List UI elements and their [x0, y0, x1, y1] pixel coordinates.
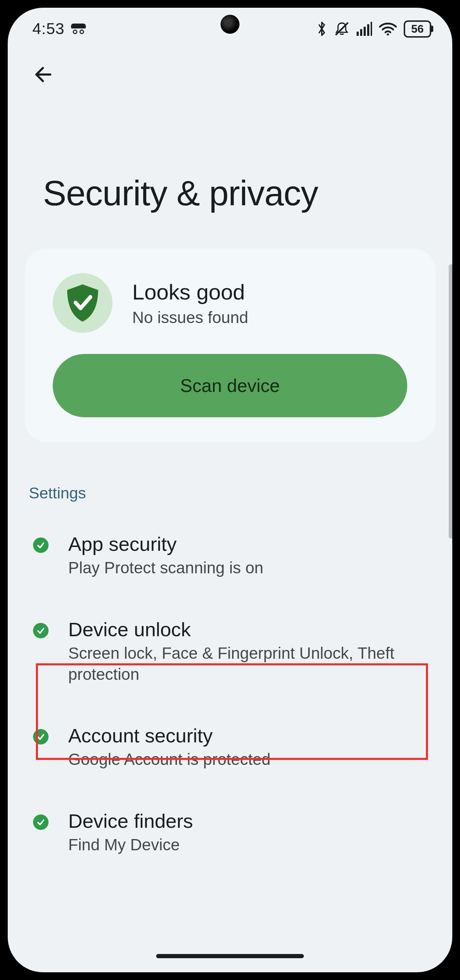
list-item-subtitle: Find My Device	[68, 834, 427, 856]
svg-point-6	[387, 33, 389, 35]
battery-indicator: 56	[404, 21, 431, 38]
settings-list: App security Play Protect scanning is on…	[8, 513, 452, 918]
list-item-title: App security	[68, 533, 427, 555]
status-ok-icon	[33, 538, 49, 553]
wifi-icon	[379, 22, 397, 36]
back-button[interactable]	[29, 60, 57, 89]
status-ok-icon	[33, 729, 49, 745]
svg-rect-1	[357, 32, 359, 36]
check-icon	[36, 626, 45, 635]
list-item-title: Device unlock	[68, 618, 427, 641]
list-item-text: Account security Google Account is prote…	[68, 724, 427, 770]
page-title: Security & privacy	[29, 89, 431, 248]
check-icon	[36, 541, 45, 550]
list-item-subtitle: Screen lock, Face & Fingerprint Unlock, …	[68, 643, 427, 685]
list-item-title: Account security	[68, 724, 427, 747]
phone-frame: 4:53	[0, 0, 460, 980]
check-icon	[36, 732, 45, 741]
check-icon	[36, 818, 45, 827]
status-text: Looks good No issues found	[132, 280, 248, 327]
list-item-text: App security Play Protect scanning is on	[68, 533, 427, 579]
status-title: Looks good	[132, 280, 248, 304]
battery-level: 56	[411, 22, 424, 35]
scroll-indicator[interactable]	[449, 264, 452, 539]
shield-badge	[53, 273, 113, 333]
gesture-bar[interactable]	[156, 954, 304, 958]
list-item-title: Device finders	[68, 810, 427, 832]
list-item-subtitle: Play Protect scanning is on	[68, 557, 427, 579]
clock: 4:53	[32, 20, 65, 38]
security-status-card: Looks good No issues found Scan device	[25, 248, 435, 442]
scan-device-button[interactable]: Scan device	[53, 354, 407, 417]
cellular-signal-icon	[357, 22, 372, 36]
status-subtitle: No issues found	[132, 308, 248, 327]
list-item-subtitle: Google Account is protected	[68, 749, 427, 770]
svg-rect-5	[371, 22, 372, 36]
status-right: 56	[317, 21, 431, 38]
list-item-app-security[interactable]: App security Play Protect scanning is on	[8, 513, 452, 598]
front-camera	[221, 15, 239, 34]
section-label-settings: Settings	[8, 442, 452, 513]
list-item-account-security[interactable]: Account security Google Account is prote…	[8, 705, 452, 790]
incognito-icon	[71, 24, 86, 34]
arrow-left-icon	[33, 65, 53, 84]
vibrate-silent-icon	[334, 21, 350, 37]
app-header: Security & privacy	[8, 50, 452, 248]
list-item-device-unlock[interactable]: Device unlock Screen lock, Face & Finger…	[8, 598, 452, 705]
shield-check-icon	[65, 284, 100, 322]
list-item-text: Device finders Find My Device	[68, 810, 427, 856]
svg-rect-2	[360, 29, 362, 36]
svg-rect-4	[367, 24, 369, 36]
status-left: 4:53	[32, 20, 86, 38]
status-ok-icon	[33, 623, 49, 638]
list-item-device-finders[interactable]: Device finders Find My Device	[8, 790, 452, 875]
status-ok-icon	[33, 815, 49, 830]
status-summary: Looks good No issues found	[53, 273, 407, 333]
list-item-text: Device unlock Screen lock, Face & Finger…	[68, 618, 427, 685]
bluetooth-icon	[317, 21, 327, 37]
screen: 4:53	[8, 8, 452, 972]
svg-rect-3	[364, 27, 366, 36]
